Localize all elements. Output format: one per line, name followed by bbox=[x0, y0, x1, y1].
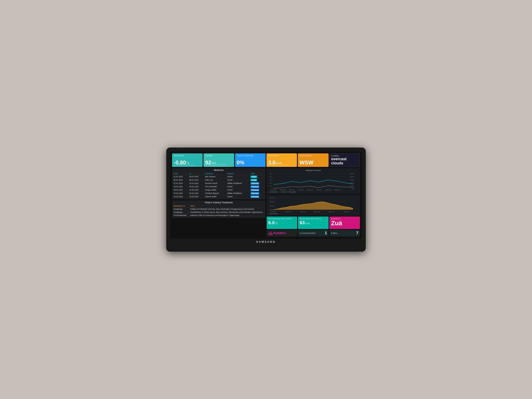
culinary-menu: Frittata mit Palmkohl und Feta, dazu Pas… bbox=[190, 207, 265, 210]
table-row: 18.01.2021 20.01.2021 Tim Schneider Feri… bbox=[173, 185, 265, 188]
temperature-tile: Temperature -0.80 °C bbox=[172, 153, 203, 167]
culinary-col-menu: Menu bbox=[190, 204, 265, 208]
tv-monitor: Temperature -0.80 °C Humidity 92 bbox=[166, 147, 366, 252]
table-row: 01.01.2021 08.01.2021 Max Hansen Ferien … bbox=[173, 175, 265, 178]
absence-from: 08.02.2021 bbox=[173, 188, 189, 192]
absence-from: 07.01.2021 bbox=[173, 182, 189, 185]
temp-chart-legend: — Temperature -- Chance of Precipitation bbox=[268, 191, 359, 193]
left-panel: Absences From To Employee Reason State bbox=[172, 168, 265, 236]
absences-section: Absences From To Employee Reason State bbox=[172, 168, 265, 199]
absence-reason: Ferien bbox=[227, 188, 250, 192]
right-panel: Weather Forecast 2°C 0°C -2°C -4°C -6°C … bbox=[267, 168, 360, 236]
dashboard: Temperature -0.80 °C Humidity 92 bbox=[172, 153, 360, 236]
list-item: Dreigänger Frittata mit Palmkohl und Fet… bbox=[173, 207, 265, 210]
culinary-title: Today's Culinary Treatments bbox=[173, 201, 265, 204]
wind-chart-container: 15 km/h 10 km/h 5 km/h 0 km/h bbox=[268, 196, 359, 213]
wind-speed-label: Wind-Speed bbox=[268, 155, 295, 157]
culinary-menu: Hackbällchen in Tahoo-Sauce, dazu Gemüse… bbox=[190, 210, 265, 214]
absences-table: From To Employee Reason State 01.01.2021… bbox=[173, 172, 265, 198]
rain-label: Chance of Rain [6h] bbox=[237, 155, 264, 157]
weather-top-row: Temperature -0.80 °C Humidity 92 bbox=[172, 153, 360, 167]
temp-chart-container: 2°C 0°C -2°C -4°C -6°C 100.0% 80.0% 60.0… bbox=[268, 172, 359, 191]
absence-state: Planned bbox=[250, 192, 265, 195]
condition-label: Condition bbox=[331, 155, 358, 157]
weather-forecast-title: Weather Forecast bbox=[268, 169, 359, 171]
absence-employee: Tim Schneider bbox=[204, 185, 227, 188]
absence-from: 01.01.2021 bbox=[173, 175, 189, 178]
weather-forecast-chart: Weather Forecast 2°C 0°C -2°C -4°C -6°C … bbox=[267, 168, 360, 194]
conventional-bikes-tile: Conventional Bikes 1 bbox=[298, 230, 329, 236]
main-area: Absences From To Employee Reason State bbox=[172, 168, 360, 236]
absence-reason: Militär-/Zivildienst bbox=[227, 182, 250, 185]
absence-employee: Gregor Müller bbox=[204, 188, 227, 192]
humidity-sparkline bbox=[203, 162, 226, 167]
absence-employee: Christian Bayard bbox=[204, 192, 227, 195]
wind-forecast-chart: 15 km/h 10 km/h 5 km/h 0 km/h bbox=[267, 195, 360, 216]
condition-value: overcast clouds bbox=[331, 157, 358, 165]
absences-col-reason: Reason bbox=[227, 172, 250, 175]
aare-temp-tile: Aare Temperatur, Bärn Schönou 6.0 °C bbox=[267, 216, 297, 229]
temperature-sparkline bbox=[172, 162, 195, 167]
svg-marker-32 bbox=[273, 202, 353, 210]
absences-title: Absences bbox=[173, 169, 265, 171]
svg-point-41 bbox=[271, 232, 271, 232]
svg-text:01/07 0:00: 01/07 0:00 bbox=[298, 189, 304, 190]
conventional-bikes-label: Conventional Bikes bbox=[300, 232, 316, 234]
humidity-tile: Humidity 92 %H bbox=[203, 153, 234, 167]
ebikes-tile: E-Bikes 7 bbox=[329, 230, 360, 236]
ebikes-count: 7 bbox=[356, 231, 358, 235]
svg-text:01/07 12:00: 01/07 12:00 bbox=[307, 189, 313, 190]
absence-state: Planned bbox=[250, 185, 265, 188]
rain-tile: Chance of Rain [6h] 0% bbox=[235, 153, 266, 167]
list-item: Schichtwechsel Indischer Teller mit Samo… bbox=[173, 214, 265, 217]
absence-from: 15.03.2021 bbox=[173, 195, 189, 198]
wind-direction-value: WSW bbox=[299, 160, 327, 166]
absence-employee: Felix Lutz bbox=[204, 178, 227, 182]
absence-reason: Ferien bbox=[227, 185, 250, 188]
svg-text:5 km/h: 5 km/h bbox=[270, 205, 274, 207]
absences-col-employee: Employee bbox=[204, 172, 227, 175]
publibike-row: PubliBike Conventional Bikes 1 E-Bikes 7 bbox=[267, 230, 360, 236]
svg-text:01/06 00:00: 01/06 00:00 bbox=[285, 211, 291, 212]
absence-to: 15.01.2021 bbox=[189, 182, 204, 185]
table-row: 15.03.2021 16.03.2021 Salome Rickli Feri… bbox=[173, 195, 265, 198]
absence-state: Away bbox=[250, 175, 265, 178]
svg-text:10 km/h: 10 km/h bbox=[270, 201, 275, 203]
publibike-label: PubliBike bbox=[273, 232, 286, 235]
rain-value: 0% bbox=[237, 160, 264, 166]
svg-text:01/09 0:00: 01/09 0:00 bbox=[334, 189, 340, 190]
tv-brand: SAMSUNG bbox=[170, 240, 362, 243]
svg-text:-6°C: -6°C bbox=[270, 185, 273, 187]
absences-col-state: State bbox=[250, 172, 265, 175]
absence-to: 16.03.2021 bbox=[189, 195, 204, 198]
absence-to: 08.01.2021 bbox=[189, 175, 204, 178]
absence-to: 10.02.2021 bbox=[189, 188, 204, 192]
list-item: Dreigänger Hackbällchen in Tahoo-Sauce, … bbox=[173, 210, 265, 214]
publibike-icon bbox=[268, 231, 273, 235]
svg-text:80.0%: 80.0% bbox=[350, 176, 354, 177]
culinary-table: Restaurant ▼ Menu Dreigänger Frittata mi… bbox=[173, 204, 265, 217]
svg-text:-4°C: -4°C bbox=[270, 182, 273, 184]
svg-text:0%: 0% bbox=[352, 188, 354, 189]
wind-direction-label: Wind-Direction bbox=[299, 155, 327, 157]
culinary-section: Today's Culinary Treatments Restaurant ▼… bbox=[172, 201, 265, 218]
absence-reason: Ferien bbox=[227, 175, 250, 178]
aare-temp-label: Aare Temperatur, Bärn Schönou bbox=[268, 218, 296, 220]
ebikes-label: E-Bikes bbox=[331, 232, 337, 234]
culinary-restaurant: Dreigänger bbox=[173, 207, 190, 210]
wasser-label: Wassermängi, Bärn Schönou bbox=[300, 218, 327, 220]
wasser-unit: cms bbox=[305, 222, 310, 225]
svg-text:01/09 0:00: 01/09 0:00 bbox=[343, 211, 349, 212]
temperature-label: Temperature bbox=[174, 155, 201, 157]
svg-text:2°C: 2°C bbox=[270, 173, 272, 174]
absences-col-to: To bbox=[189, 172, 204, 175]
absence-employee: Dominik Stucki bbox=[204, 182, 227, 185]
publibike-tile: PubliBike bbox=[267, 230, 297, 236]
svg-text:60.0%: 60.0% bbox=[350, 179, 354, 181]
temp-legend: — Temperature bbox=[268, 191, 278, 193]
svg-text:100.0%: 100.0% bbox=[349, 173, 354, 174]
svg-text:01/08 12:00: 01/08 12:00 bbox=[329, 211, 335, 212]
svg-text:0°C: 0°C bbox=[270, 176, 272, 177]
precip-legend: -- Chance of Precipitation bbox=[280, 191, 296, 193]
temp-chart-svg: 2°C 0°C -2°C -4°C -6°C 100.0% 80.0% 60.0… bbox=[268, 172, 359, 191]
